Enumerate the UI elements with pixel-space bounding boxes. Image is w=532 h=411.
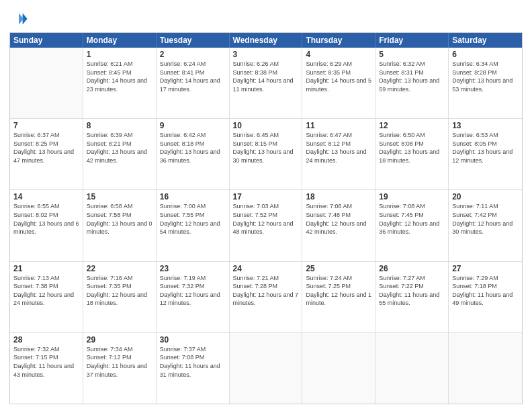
sun-info: Sunrise: 7:19 AM Sunset: 7:32 PM Dayligh… xyxy=(160,274,226,308)
calendar-cell xyxy=(302,333,375,404)
calendar-cell: 19Sunrise: 7:08 AM Sunset: 7:45 PM Dayli… xyxy=(375,190,449,261)
day-number: 13 xyxy=(452,121,519,130)
day-number: 20 xyxy=(452,192,519,201)
day-number: 2 xyxy=(160,50,226,59)
calendar-week-2: 7Sunrise: 6:37 AM Sunset: 8:25 PM Daylig… xyxy=(10,119,522,190)
day-number: 14 xyxy=(13,192,79,201)
calendar-cell: 17Sunrise: 7:03 AM Sunset: 7:52 PM Dayli… xyxy=(230,190,303,261)
calendar-cell xyxy=(375,333,449,404)
day-number: 18 xyxy=(306,192,371,201)
calendar-cell: 7Sunrise: 6:37 AM Sunset: 8:25 PM Daylig… xyxy=(10,119,83,189)
calendar-cell: 22Sunrise: 7:16 AM Sunset: 7:35 PM Dayli… xyxy=(83,262,157,332)
day-number: 5 xyxy=(379,50,445,59)
sun-info: Sunrise: 7:13 AM Sunset: 7:38 PM Dayligh… xyxy=(13,274,79,308)
calendar-cell: 2Sunrise: 6:24 AM Sunset: 8:41 PM Daylig… xyxy=(157,48,230,118)
sun-info: Sunrise: 6:58 AM Sunset: 7:58 PM Dayligh… xyxy=(87,202,152,236)
calendar: SundayMondayTuesdayWednesdayThursdayFrid… xyxy=(9,32,523,404)
logo xyxy=(9,9,30,28)
calendar-cell: 27Sunrise: 7:29 AM Sunset: 7:18 PM Dayli… xyxy=(449,262,522,332)
day-number: 19 xyxy=(379,192,445,201)
weekday-tuesday: Tuesday xyxy=(157,33,230,48)
sun-info: Sunrise: 6:55 AM Sunset: 8:02 PM Dayligh… xyxy=(13,202,79,236)
calendar-cell: 13Sunrise: 6:53 AM Sunset: 8:05 PM Dayli… xyxy=(449,119,522,189)
sun-info: Sunrise: 7:11 AM Sunset: 7:42 PM Dayligh… xyxy=(452,202,519,236)
calendar-cell: 10Sunrise: 6:45 AM Sunset: 8:15 PM Dayli… xyxy=(230,119,303,189)
calendar-cell: 21Sunrise: 7:13 AM Sunset: 7:38 PM Dayli… xyxy=(10,262,83,332)
day-number: 28 xyxy=(13,335,79,345)
day-number: 26 xyxy=(379,264,445,273)
calendar-cell: 30Sunrise: 7:37 AM Sunset: 7:08 PM Dayli… xyxy=(157,333,230,404)
sun-info: Sunrise: 6:21 AM Sunset: 8:45 PM Dayligh… xyxy=(87,60,152,93)
calendar-week-1: 1Sunrise: 6:21 AM Sunset: 8:45 PM Daylig… xyxy=(10,48,522,119)
day-number: 29 xyxy=(87,335,152,345)
day-number: 10 xyxy=(233,121,299,130)
calendar-cell: 9Sunrise: 6:42 AM Sunset: 8:18 PM Daylig… xyxy=(157,119,230,189)
calendar-body: 1Sunrise: 6:21 AM Sunset: 8:45 PM Daylig… xyxy=(10,48,522,404)
sun-info: Sunrise: 6:24 AM Sunset: 8:41 PM Dayligh… xyxy=(160,60,226,93)
weekday-sunday: Sunday xyxy=(10,33,83,48)
calendar-cell: 25Sunrise: 7:24 AM Sunset: 7:25 PM Dayli… xyxy=(302,262,375,332)
calendar-week-3: 14Sunrise: 6:55 AM Sunset: 8:02 PM Dayli… xyxy=(10,190,522,261)
sun-info: Sunrise: 6:39 AM Sunset: 8:21 PM Dayligh… xyxy=(87,131,152,165)
day-number: 9 xyxy=(160,121,226,130)
calendar-cell: 8Sunrise: 6:39 AM Sunset: 8:21 PM Daylig… xyxy=(83,119,157,189)
weekday-thursday: Thursday xyxy=(302,33,375,48)
calendar-cell: 11Sunrise: 6:47 AM Sunset: 8:12 PM Dayli… xyxy=(302,119,375,189)
sun-info: Sunrise: 7:06 AM Sunset: 7:48 PM Dayligh… xyxy=(306,202,371,236)
day-number: 3 xyxy=(233,50,299,59)
day-number: 8 xyxy=(87,121,152,130)
day-number: 22 xyxy=(87,264,152,273)
day-number: 27 xyxy=(452,264,519,273)
calendar-week-4: 21Sunrise: 7:13 AM Sunset: 7:38 PM Dayli… xyxy=(10,262,522,333)
weekday-monday: Monday xyxy=(83,33,157,48)
page: SundayMondayTuesdayWednesdayThursdayFrid… xyxy=(0,0,532,411)
calendar-cell: 1Sunrise: 6:21 AM Sunset: 8:45 PM Daylig… xyxy=(83,48,157,118)
calendar-cell: 24Sunrise: 7:21 AM Sunset: 7:28 PM Dayli… xyxy=(230,262,303,332)
sun-info: Sunrise: 6:45 AM Sunset: 8:15 PM Dayligh… xyxy=(233,131,299,165)
calendar-cell: 6Sunrise: 6:34 AM Sunset: 8:28 PM Daylig… xyxy=(449,48,522,118)
day-number: 21 xyxy=(13,264,79,273)
sun-info: Sunrise: 7:34 AM Sunset: 7:12 PM Dayligh… xyxy=(87,345,152,379)
sun-info: Sunrise: 7:37 AM Sunset: 7:08 PM Dayligh… xyxy=(160,345,226,379)
day-number: 7 xyxy=(13,121,79,130)
sun-info: Sunrise: 7:27 AM Sunset: 7:22 PM Dayligh… xyxy=(379,274,445,308)
calendar-cell: 20Sunrise: 7:11 AM Sunset: 7:42 PM Dayli… xyxy=(449,190,522,261)
calendar-cell xyxy=(10,48,83,118)
calendar-cell: 26Sunrise: 7:27 AM Sunset: 7:22 PM Dayli… xyxy=(375,262,449,332)
sun-info: Sunrise: 7:29 AM Sunset: 7:18 PM Dayligh… xyxy=(452,274,519,308)
sun-info: Sunrise: 7:16 AM Sunset: 7:35 PM Dayligh… xyxy=(87,274,152,308)
sun-info: Sunrise: 7:21 AM Sunset: 7:28 PM Dayligh… xyxy=(233,274,299,308)
weekday-friday: Friday xyxy=(375,33,449,48)
logo-icon xyxy=(9,9,28,28)
day-number: 17 xyxy=(233,192,299,201)
sun-info: Sunrise: 6:34 AM Sunset: 8:28 PM Dayligh… xyxy=(452,60,519,93)
day-number: 1 xyxy=(87,50,152,59)
day-number: 12 xyxy=(379,121,445,130)
sun-info: Sunrise: 6:53 AM Sunset: 8:05 PM Dayligh… xyxy=(452,131,519,165)
sun-info: Sunrise: 7:08 AM Sunset: 7:45 PM Dayligh… xyxy=(379,202,445,236)
sun-info: Sunrise: 7:24 AM Sunset: 7:25 PM Dayligh… xyxy=(306,274,371,308)
calendar-cell: 16Sunrise: 7:00 AM Sunset: 7:55 PM Dayli… xyxy=(157,190,230,261)
calendar-cell: 12Sunrise: 6:50 AM Sunset: 8:08 PM Dayli… xyxy=(375,119,449,189)
day-number: 4 xyxy=(306,50,371,59)
day-number: 16 xyxy=(160,192,226,201)
calendar-cell: 3Sunrise: 6:26 AM Sunset: 8:38 PM Daylig… xyxy=(230,48,303,118)
sun-info: Sunrise: 6:50 AM Sunset: 8:08 PM Dayligh… xyxy=(379,131,445,165)
sun-info: Sunrise: 6:42 AM Sunset: 8:18 PM Dayligh… xyxy=(160,131,226,165)
day-number: 30 xyxy=(160,335,226,345)
day-number: 23 xyxy=(160,264,226,273)
day-number: 24 xyxy=(233,264,299,273)
sun-info: Sunrise: 7:00 AM Sunset: 7:55 PM Dayligh… xyxy=(160,202,226,236)
sun-info: Sunrise: 6:32 AM Sunset: 8:31 PM Dayligh… xyxy=(379,60,445,93)
sun-info: Sunrise: 6:29 AM Sunset: 8:35 PM Dayligh… xyxy=(306,60,371,93)
calendar-week-5: 28Sunrise: 7:32 AM Sunset: 7:15 PM Dayli… xyxy=(10,333,522,404)
weekday-saturday: Saturday xyxy=(449,33,522,48)
calendar-cell: 18Sunrise: 7:06 AM Sunset: 7:48 PM Dayli… xyxy=(302,190,375,261)
calendar-cell: 23Sunrise: 7:19 AM Sunset: 7:32 PM Dayli… xyxy=(157,262,230,332)
sun-info: Sunrise: 6:26 AM Sunset: 8:38 PM Dayligh… xyxy=(233,60,299,93)
sun-info: Sunrise: 7:32 AM Sunset: 7:15 PM Dayligh… xyxy=(13,345,79,379)
calendar-header: SundayMondayTuesdayWednesdayThursdayFrid… xyxy=(10,33,522,48)
day-number: 11 xyxy=(306,121,371,130)
calendar-cell xyxy=(230,333,303,404)
calendar-cell: 14Sunrise: 6:55 AM Sunset: 8:02 PM Dayli… xyxy=(10,190,83,261)
